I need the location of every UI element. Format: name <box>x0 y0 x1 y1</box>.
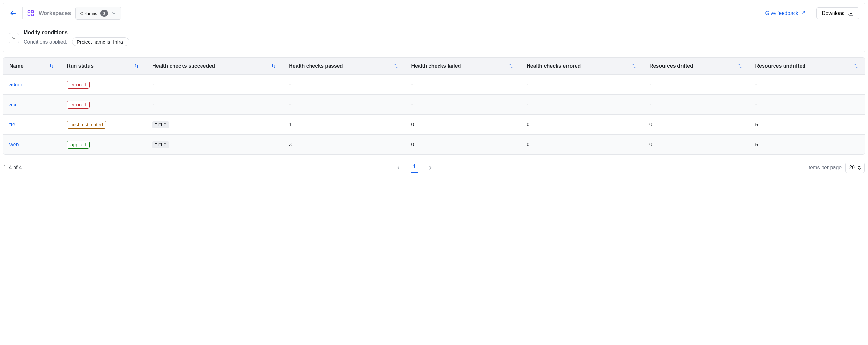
condition-pill[interactable]: Project name is "Infra" <box>72 37 129 46</box>
stepper-icon <box>857 165 861 170</box>
sort-icon <box>271 64 276 69</box>
sort-icon <box>631 64 637 69</box>
cell-hc-errored: 0 <box>520 115 643 135</box>
svg-line-5 <box>803 11 805 13</box>
chevron-left-icon <box>396 165 401 170</box>
give-feedback-label: Give feedback <box>766 10 798 16</box>
table-row: apierrored------ <box>3 95 865 115</box>
column-header: Resources drifted <box>643 58 749 75</box>
sort-button[interactable] <box>631 64 637 69</box>
column-header: Health checks passed <box>282 58 405 75</box>
columns-count-badge: 8 <box>100 10 108 17</box>
prev-page-button[interactable] <box>394 164 403 171</box>
cell-resources-drifted: 0 <box>643 135 749 155</box>
cell-hc-failed: - <box>405 75 520 95</box>
pager: 1 <box>22 162 807 173</box>
chevron-right-icon <box>428 165 433 170</box>
bool-chip: true <box>152 121 169 128</box>
sort-icon <box>737 64 743 69</box>
column-header: Health checks failed <box>405 58 520 75</box>
column-header-label: Health checks errored <box>527 63 581 69</box>
sort-button[interactable] <box>393 64 399 69</box>
workspace-name-link[interactable]: api <box>9 102 16 107</box>
cell-resources-drifted: - <box>643 95 749 115</box>
column-header: Name <box>3 58 60 75</box>
current-page[interactable]: 1 <box>411 162 418 173</box>
bool-chip: true <box>152 141 169 148</box>
cell-resources-undrifted: - <box>749 75 865 95</box>
conditions-bar: Modify conditions Conditions applied: Pr… <box>3 24 865 52</box>
cell-hc-errored: - <box>520 75 643 95</box>
next-page-button[interactable] <box>426 164 435 171</box>
cell-resources-drifted: - <box>643 75 749 95</box>
header-card: Workspaces Columns 8 Give feedback Downl… <box>3 3 865 52</box>
sort-icon <box>508 64 514 69</box>
workspace-name-link[interactable]: web <box>9 142 19 147</box>
workspaces-icon <box>27 10 34 17</box>
svg-rect-1 <box>28 11 30 12</box>
data-table: NameRun statusHealth checks succeededHea… <box>3 57 865 155</box>
cell-resources-undrifted: 5 <box>749 115 865 135</box>
cell-hc-passed: 1 <box>282 115 405 135</box>
cell-hc-failed: 0 <box>405 135 520 155</box>
cell-hc-passed: - <box>282 95 405 115</box>
give-feedback-link[interactable]: Give feedback <box>766 10 805 16</box>
cell-hc-passed: - <box>282 75 405 95</box>
run-status-badge: errored <box>67 101 89 109</box>
conditions-title: Modify conditions <box>24 30 129 35</box>
columns-button-label: Columns <box>80 11 97 16</box>
cell-hc-succeeded: - <box>146 75 282 95</box>
workspaces-label: Workspaces <box>39 10 71 17</box>
column-header-label: Name <box>9 63 24 69</box>
sort-button[interactable] <box>271 64 276 69</box>
sort-icon <box>854 64 859 69</box>
column-header-label: Health checks succeeded <box>152 63 215 69</box>
run-status-badge: applied <box>67 140 89 149</box>
sort-button[interactable] <box>508 64 514 69</box>
back-button[interactable] <box>9 9 18 18</box>
download-button[interactable]: Download <box>816 7 859 19</box>
external-link-icon <box>800 11 805 16</box>
conditions-text: Modify conditions Conditions applied: Pr… <box>24 30 129 46</box>
sort-button[interactable] <box>854 64 859 69</box>
column-header-label: Resources undrifted <box>755 63 806 69</box>
column-header: Health checks succeeded <box>146 58 282 75</box>
sort-button[interactable] <box>49 64 54 69</box>
sort-button[interactable] <box>134 64 139 69</box>
svg-rect-2 <box>31 11 33 12</box>
chevron-down-icon <box>11 35 17 41</box>
sort-button[interactable] <box>737 64 743 69</box>
cell-hc-errored: - <box>520 95 643 115</box>
cell-hc-succeeded: true <box>146 115 282 135</box>
cell-resources-undrifted: - <box>749 95 865 115</box>
items-per-page-select[interactable]: 20 <box>845 162 865 173</box>
sort-icon <box>134 64 139 69</box>
cell-resources-drifted: 0 <box>643 115 749 135</box>
column-header: Run status <box>60 58 146 75</box>
divider <box>22 7 23 19</box>
column-header: Health checks errored <box>520 58 643 75</box>
cell-hc-failed: - <box>405 95 520 115</box>
arrow-left-icon <box>10 10 17 17</box>
table-footer: 1–4 of 4 1 Items per page 20 <box>3 155 865 176</box>
column-header-label: Health checks passed <box>289 63 343 69</box>
workspace-name-link[interactable]: tfe <box>9 122 15 127</box>
items-per-page-label: Items per page <box>807 165 842 170</box>
download-button-label: Download <box>822 10 845 16</box>
workspace-name-link[interactable]: admin <box>9 82 24 87</box>
cell-hc-passed: 3 <box>282 135 405 155</box>
cell-hc-failed: 0 <box>405 115 520 135</box>
items-per-page-value: 20 <box>849 165 855 170</box>
run-status-badge: cost_estimated <box>67 121 106 129</box>
table-row: adminerrored------ <box>3 75 865 95</box>
sort-icon <box>393 64 399 69</box>
run-status-badge: errored <box>67 81 89 89</box>
cell-resources-undrifted: 5 <box>749 135 865 155</box>
table-row: tfecost_estimatedtrue10005 <box>3 115 865 135</box>
header-top: Workspaces Columns 8 Give feedback Downl… <box>3 3 865 24</box>
expand-conditions-button[interactable] <box>9 33 19 43</box>
columns-button[interactable]: Columns 8 <box>75 7 122 20</box>
svg-rect-4 <box>31 14 33 16</box>
items-per-page: Items per page 20 <box>807 162 865 173</box>
sort-icon <box>49 64 54 69</box>
